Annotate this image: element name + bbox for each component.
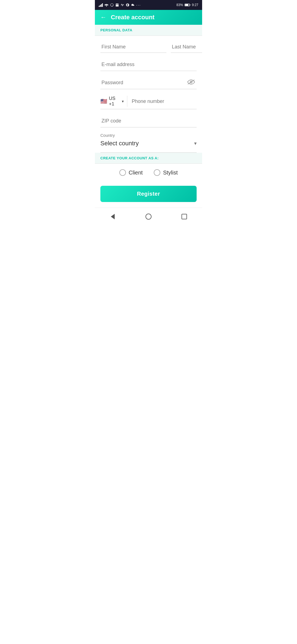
account-type-section-header: CREATE YOUR ACCOUNT AS A: (95, 153, 202, 164)
messenger-icon (110, 3, 114, 7)
country-label: Country (100, 133, 197, 138)
phone-row: 🇺🇸 US +1 ▾ (100, 96, 197, 109)
battery-icon (185, 3, 191, 7)
more-icon: ··· (136, 3, 141, 7)
country-dropdown-icon: ▾ (194, 140, 197, 146)
svg-rect-2 (116, 4, 119, 6)
time-display: 9:27 (192, 3, 198, 7)
client-radio-option[interactable]: Client (119, 169, 143, 176)
zip-code-input[interactable] (100, 115, 197, 127)
country-code-text: US +1 (109, 96, 120, 107)
country-flag: 🇺🇸 (100, 98, 107, 105)
last-name-input[interactable] (171, 41, 202, 53)
personal-data-section-header: PERSONAL DATA (95, 25, 202, 36)
country-section: Country Select country ▾ (100, 133, 197, 153)
country-select-dropdown[interactable]: Select country ▾ (100, 140, 197, 147)
facebook-icon (126, 3, 130, 7)
account-type-radio-row: Client Stylist (95, 164, 202, 181)
health-icon (120, 3, 124, 7)
wifi-icon (104, 3, 109, 7)
account-type-title: CREATE YOUR ACCOUNT AS A: (100, 156, 197, 160)
stylist-radio-option[interactable]: Stylist (154, 169, 178, 176)
password-row (100, 77, 197, 89)
register-button[interactable]: Register (100, 186, 197, 202)
page-title: Create account (111, 14, 155, 21)
stylist-radio-button[interactable] (154, 169, 160, 176)
client-radio-label: Client (129, 170, 143, 176)
battery-percent: 83% (177, 3, 183, 7)
svg-rect-9 (185, 4, 188, 6)
cloud-icon (131, 3, 135, 7)
navigation-bar (95, 208, 202, 224)
form-area: 🇺🇸 US +1 ▾ Country Select country ▾ (95, 36, 202, 153)
signal-bars (99, 3, 103, 7)
personal-data-title: PERSONAL DATA (100, 28, 197, 32)
calendar-icon (115, 3, 119, 7)
email-input[interactable] (100, 58, 197, 71)
register-btn-area: Register (95, 181, 202, 208)
client-radio-button[interactable] (119, 169, 126, 176)
stylist-radio-label: Stylist (163, 170, 178, 176)
nav-recents-button[interactable] (179, 211, 190, 222)
country-code-selector[interactable]: 🇺🇸 US +1 ▾ (100, 96, 127, 107)
toggle-password-icon[interactable] (187, 79, 195, 86)
nav-home-button[interactable] (143, 211, 154, 222)
status-right: 83% 9:27 (177, 3, 198, 7)
password-input[interactable] (100, 77, 197, 89)
status-left: ··· (99, 3, 141, 7)
status-bar: ··· 83% 9:27 (95, 0, 202, 10)
back-button[interactable]: ← (100, 14, 106, 21)
country-select-text: Select country (100, 140, 139, 147)
first-name-input[interactable] (100, 41, 166, 53)
phone-number-input[interactable] (131, 97, 197, 105)
nav-back-button[interactable] (107, 211, 118, 222)
country-code-dropdown-icon: ▾ (122, 99, 124, 103)
name-row (100, 36, 197, 53)
svg-rect-8 (189, 4, 190, 5)
app-header: ← Create account (95, 10, 202, 25)
svg-point-0 (106, 6, 107, 7)
